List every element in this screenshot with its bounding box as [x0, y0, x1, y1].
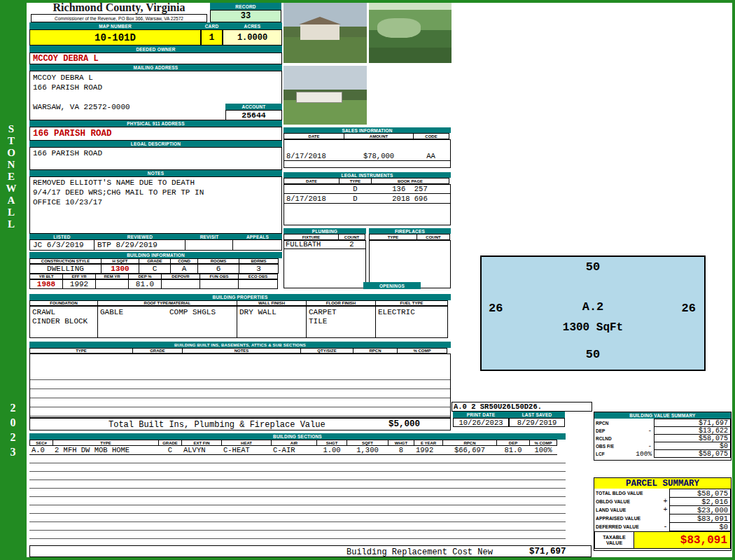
sketch-dim-top: 50	[482, 260, 704, 274]
year-label: 2023	[6, 402, 19, 461]
instr-book-page: 2018 696	[371, 194, 449, 203]
sec-heat: C-HEAT	[221, 446, 272, 454]
instrument-row: D 136 257	[284, 184, 450, 194]
instr-type: D	[339, 194, 372, 203]
map-number-value: 10-101D	[29, 29, 201, 46]
bvs-row-value: $58,075	[654, 449, 731, 458]
revisit-value	[185, 239, 233, 251]
sec-shgt: 1.00	[316, 446, 347, 454]
eff-yr-value: 1992	[62, 279, 96, 289]
fun-obs-value	[200, 279, 239, 289]
print-date-value: 10/26/2023	[453, 418, 509, 427]
property-photo-3[interactable]	[284, 66, 367, 125]
sale-date: 8/17/2018	[284, 152, 344, 160]
sec-type: 2 MFH DW MOB HOME	[52, 446, 159, 454]
col-foundation: FOUNDATION	[29, 300, 98, 306]
fireplaces-header: FIREPLACES	[369, 228, 451, 234]
col-instr-book-page: BOOK PAGE	[371, 178, 449, 184]
sec-num: A.0	[29, 446, 53, 454]
col-sale-code: CODE	[413, 133, 449, 139]
fuel-type-value: ELECTRIC	[375, 306, 448, 338]
photo1-house-shape	[300, 24, 340, 40]
built-ins-total-row: Total Built Ins, Plumbing & Fireplace Va…	[29, 418, 451, 430]
replacement-cost-label: Building Replacement Cost New	[346, 547, 493, 557]
record-label: RECORD	[210, 3, 281, 10]
building-sections-empty-rows	[29, 455, 566, 540]
parcel-row-op: -	[662, 522, 670, 531]
revisit-label: REVISIT	[186, 234, 233, 239]
floor-finish-value: CARPET TILE	[306, 306, 376, 338]
notes-label: NOTES	[29, 170, 282, 176]
parcel-row: DEFERRED VALUE - $0	[594, 522, 731, 531]
property-photo-1[interactable]	[284, 3, 367, 63]
col-sale-date: DATE	[284, 133, 344, 139]
fireplaces-header-row: TYPE COUNT	[369, 234, 450, 240]
col-sec-type: TYPE	[52, 440, 159, 446]
col-built-in-grade: GRADE	[132, 348, 183, 354]
photo3-mobile-home-shape	[296, 92, 342, 103]
building-value-summary: BUILDING VALUE SUMMARY RPCN $71,697 DEP …	[594, 412, 732, 461]
instrument-row: 8/17/2018 D 2018 696	[284, 194, 450, 204]
bvs-row: LCF 100% $58,075	[594, 449, 731, 458]
building-value-summary-header: BUILDING VALUE SUMMARY	[594, 412, 731, 419]
building-properties-header-row: FOUNDATION ROOF TYPE/MATERIAL WALL FINIS…	[29, 300, 448, 306]
notes-box: REMOVED ELLIOTT'S NAME DUE TO DEATH 9/4/…	[29, 176, 282, 234]
reviewed-label: REVIEWED	[94, 234, 186, 239]
built-ins-total-label: Total Built Ins, Plumbing & Fireplace Va…	[108, 420, 326, 430]
col-air: AIR	[271, 440, 317, 446]
col-floor-finish: FLOOR FINISH	[306, 300, 376, 306]
replacement-cost-row: Building Replacement Cost New $71,697	[29, 545, 592, 557]
col-built-in-qty-size: QTY/SIZE	[300, 348, 354, 354]
property-photo-2[interactable]	[369, 3, 451, 63]
col-heat: HEAT	[221, 440, 272, 446]
col-built-in-pct-comp: % COMP	[397, 348, 447, 354]
col-sec-dep: DEP	[496, 440, 530, 446]
sketch-section-label: A.2	[482, 300, 704, 314]
plumbing-row: FULLBATH 2	[284, 240, 365, 249]
col-rem-yr: REM YR	[95, 274, 129, 279]
card-label: CARD	[201, 22, 223, 29]
fixture-name: FULLBATH	[284, 240, 340, 248]
col-built-in-type: TYPE	[29, 348, 133, 354]
openings-header: OPENINGS	[363, 282, 421, 289]
col-sale-amount: AMOUNT	[344, 133, 414, 139]
sec-e-year: 1992	[414, 446, 443, 454]
sec-dep: 81.0	[496, 446, 530, 454]
instr-date	[284, 184, 340, 193]
col-sec-pct-comp: % COMP	[529, 440, 557, 446]
parcel-row-value: $0	[669, 522, 731, 531]
built-ins-row-lines	[30, 371, 450, 417]
col-built-in-notes: NOTES	[182, 348, 301, 354]
col-built-in-rpcn: RPCN	[353, 348, 398, 354]
yr-blt-value: 1988	[29, 279, 63, 289]
sketch-sqft-label: 1300 SqFt	[482, 321, 704, 334]
plumbing-header-row: FIXTURE COUNT	[284, 234, 365, 240]
instruments-header-row: DATE TYPE BOOK PAGE	[284, 178, 449, 184]
building-info-header-row-1: CONSTRUCTION STYLE H SQFT GRADE COND ROO…	[29, 258, 279, 264]
built-ins-total-value: $5,000	[388, 419, 420, 429]
appeals-label: APPEALS	[233, 234, 282, 239]
col-eff-yr: EFF YR	[62, 274, 96, 279]
col-dep-pct: DEP %	[128, 274, 162, 279]
building-sketch[interactable]: 50 26 A.2 26 1300 SqFt 50	[480, 255, 706, 371]
sec-sqft: 1,300	[346, 446, 388, 454]
sec-ext-fin: ALVYN	[181, 446, 222, 454]
parcel-row-label: DEFERRED VALUE	[594, 522, 662, 531]
col-sec-grade: GRADE	[158, 440, 182, 446]
col-grade: GRADE	[139, 258, 171, 264]
col-yr-blt: YR BLT	[29, 274, 63, 279]
district-label: STONEWALL	[5, 123, 17, 230]
built-ins-header: BUILDING BUILT INS, BASEMENTS, ATTICS & …	[29, 342, 451, 348]
col-shgt: SHGT	[316, 440, 347, 446]
building-info-value-row-1: DWELLING 1300 C A 6 3	[29, 264, 279, 274]
grade-value: C	[139, 264, 171, 274]
photo1-roof-shape	[299, 17, 341, 24]
building-sections-header: BUILDING SECTIONS	[29, 433, 566, 440]
sketch-dim-bottom: 50	[482, 348, 704, 361]
foundation-value: CRAWL CINDER BLOCK	[29, 306, 98, 338]
mailing-line-1: MCCOY DEBRA L	[33, 74, 93, 83]
reviewed-value: BTP 8/29/2019	[94, 239, 186, 251]
col-fireplace-count: COUNT	[416, 234, 450, 240]
fireplaces-box	[369, 240, 451, 288]
parcel-summary-header: PARCEL SUMMARY	[594, 478, 731, 489]
